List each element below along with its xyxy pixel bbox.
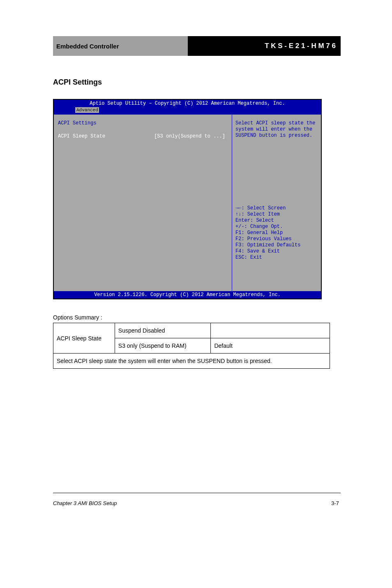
- bios-key-line: F1: General Help: [235, 230, 318, 236]
- bios-setting-row: ACPI Sleep State [S3 only(Suspend to ...…: [58, 133, 228, 139]
- table-cell-description: Select ACPI sleep state the system will …: [53, 354, 330, 369]
- bios-right-panel: Select ACPI sleep state the system will …: [232, 115, 321, 291]
- bios-key-line: F4: Save & Exit: [235, 248, 318, 255]
- bios-key-line: ESC: Exit: [235, 255, 318, 261]
- header-left-title: Embedded Controller: [53, 36, 188, 56]
- bios-help-description: Select ACPI sleep state the system will …: [235, 120, 318, 139]
- bios-key-line: ↑↓: Select Item: [235, 211, 318, 218]
- bios-key-line: →←: Select Screen: [235, 205, 318, 211]
- table-cell-note: Default: [211, 338, 330, 354]
- options-summary-label: Options Summary :: [53, 314, 102, 321]
- table-row: ACPI Sleep State Suspend Disabled: [53, 323, 330, 338]
- table-cell-note: [211, 323, 330, 338]
- header-right-model: T K S - E 2 1 - H M 7 6: [188, 36, 341, 56]
- page-header-bar: Embedded Controller T K S - E 2 1 - H M …: [53, 36, 341, 56]
- table-row: Select ACPI sleep state the system will …: [53, 354, 330, 369]
- bios-left-panel: ACPI Settings ACPI Sleep State [S3 only(…: [54, 115, 232, 291]
- bios-item-value: [S3 only(Suspend to ...]: [154, 133, 225, 139]
- bios-main-area: ACPI Settings ACPI Sleep State [S3 only(…: [54, 115, 321, 291]
- table-cell-option: Suspend Disabled: [115, 323, 211, 338]
- bios-key-line: F3: Optimized Defaults: [235, 242, 318, 248]
- bios-key-line: F2: Previous Values: [235, 236, 318, 242]
- bios-desc-line: SUSPEND button is pressed.: [235, 133, 318, 139]
- options-table: ACPI Sleep State Suspend Disabled S3 onl…: [53, 323, 330, 369]
- bios-item-label: ACPI Sleep State: [58, 133, 105, 139]
- bios-desc-line: system will enter when the: [235, 126, 318, 133]
- bios-key-legend: →←: Select Screen ↑↓: Select Item Enter:…: [235, 205, 318, 261]
- bios-top-bar: Aptio Setup Utility – Copyright (C) 2012…: [54, 100, 321, 115]
- bios-footer-bar: Version 2.15.1226. Copyright (C) 2012 Am…: [54, 291, 321, 299]
- bios-title: Aptio Setup Utility – Copyright (C) 2012…: [54, 100, 321, 106]
- bios-desc-line: Select ACPI sleep state the: [235, 120, 318, 126]
- table-cell-setting: ACPI Sleep State: [53, 323, 115, 354]
- table-cell-option: S3 only (Suspend to RAM): [115, 338, 211, 354]
- bios-key-line: +/-: Change Opt.: [235, 224, 318, 230]
- bios-screenshot: Aptio Setup Utility – Copyright (C) 2012…: [53, 99, 322, 299]
- page-number: 3-7: [331, 500, 339, 506]
- footer-chapter-label: Chapter 3 AMI BIOS Setup: [53, 500, 117, 506]
- section-subtitle: ACPI Settings: [53, 78, 102, 87]
- bios-key-line: Enter: Select: [235, 218, 318, 224]
- bios-section-heading: ACPI Settings: [58, 120, 228, 126]
- bios-tab-advanced: Advanced: [75, 107, 99, 113]
- footer-divider: [53, 493, 341, 493]
